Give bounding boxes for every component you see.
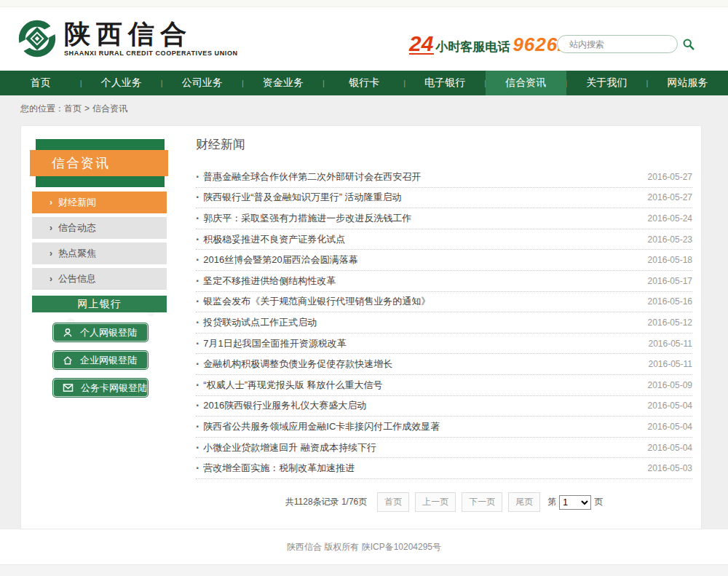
news-title[interactable]: 7月1日起我国全面推开资源税改革 <box>203 337 648 350</box>
news-date: 2016-05-18 <box>648 255 692 265</box>
bullet-icon: · <box>196 233 199 246</box>
ebank-button-1[interactable]: 企业网银登陆 <box>53 351 148 369</box>
news-row-6[interactable]: ·银监会发布《关于规范商业银行代理销售业务的通知》2016-05-16 <box>196 292 692 313</box>
news-title[interactable]: 2016陕西银行业服务礼仪大赛盛大启动 <box>203 399 647 412</box>
news-list: ·普惠金融全球合作伙伴第二次外部研讨会在西安召开2016-05-27·陕西银行业… <box>196 167 692 479</box>
breadcrumb-label: 您的位置： <box>20 103 64 114</box>
news-row-0[interactable]: ·普惠金融全球合作伙伴第二次外部研讨会在西安召开2016-05-27 <box>196 167 692 188</box>
first-page-button[interactable]: 首页 <box>377 492 409 512</box>
news-title[interactable]: 银监会发布《关于规范商业银行代理销售业务的通知》 <box>203 295 647 308</box>
bullet-icon: · <box>196 399 199 412</box>
news-title[interactable]: 投贷联动试点工作正式启动 <box>203 316 647 329</box>
news-row-9[interactable]: ·金融机构积极调整负债业务促使存款快速增长2016-05-11 <box>196 354 692 375</box>
news-date: 2016-05-27 <box>648 192 692 202</box>
news-date: 2016-05-11 <box>649 339 693 349</box>
news-title[interactable]: 金融机构积极调整负债业务促使存款快速增长 <box>203 358 648 371</box>
sidebar-menu-item-3[interactable]: ›公告信息 <box>32 268 167 290</box>
news-title[interactable]: “权威人士”再现党报头版 释放什么重大信号 <box>203 379 647 392</box>
news-title[interactable]: 积极稳妥推进不良资产证券化试点 <box>203 233 647 246</box>
news-date: 2016-05-16 <box>648 296 692 307</box>
bullet-icon: · <box>196 462 199 475</box>
logo-title: 陕西信合 <box>64 20 238 48</box>
next-page-button[interactable]: 下一页 <box>462 492 502 512</box>
sidebar-menu-label: 信合动态 <box>58 221 96 234</box>
news-date: 2016-05-17 <box>648 276 692 286</box>
news-date: 2016-05-04 <box>648 422 692 432</box>
news-date: 2016-05-12 <box>648 317 692 328</box>
news-row-2[interactable]: ·郭庆平：采取坚强有力措施进一步改进反洗钱工作2016-05-24 <box>196 208 692 229</box>
ebank-button-label: 个人网银登陆 <box>80 326 137 339</box>
bullet-icon: · <box>196 295 199 308</box>
nav-item-2[interactable]: 公司业务 <box>162 71 242 95</box>
news-title[interactable]: 陕西银行业“普及金融知识万里行” 活动隆重启动 <box>203 191 647 204</box>
chevron-right-icon: › <box>50 223 52 233</box>
nav-item-4[interactable]: 银行卡 <box>323 71 404 95</box>
home-icon <box>63 355 73 366</box>
news-title[interactable]: 2016丝博会暨第20届西洽会圆满落幕 <box>203 253 647 267</box>
news-row-8[interactable]: ·7月1日起我国全面推开资源税改革2016-05-11 <box>196 334 692 355</box>
nav-item-5[interactable]: 电子银行 <box>405 71 486 95</box>
sidebar-menu-item-2[interactable]: ›热点聚焦 <box>32 242 167 264</box>
nav-item-0[interactable]: 首页 <box>0 71 81 95</box>
news-row-14[interactable]: ·营改增全面实施：税制改革加速推进2016-05-03 <box>196 458 692 479</box>
breadcrumb-home-link[interactable]: 首页 <box>64 103 82 114</box>
news-row-4[interactable]: ·2016丝博会暨第20届西洽会圆满落幕2016-05-18 <box>196 250 692 271</box>
news-row-11[interactable]: ·2016陕西银行业服务礼仪大赛盛大启动2016-05-04 <box>196 396 692 417</box>
bullet-icon: · <box>196 441 199 454</box>
bullet-icon: · <box>196 253 199 267</box>
page-select[interactable]: 1 <box>559 495 591 510</box>
content-card: 信合资讯 ›财经新闻›信合动态›热点聚焦›公告信息 网上银行 个人网银登陆企业网… <box>20 125 702 529</box>
search-box <box>557 35 678 53</box>
nav-item-6[interactable]: 信合资讯 <box>486 71 566 95</box>
news-row-3[interactable]: ·积极稳妥推进不良资产证券化试点2016-05-23 <box>196 229 692 250</box>
ebank-button-label: 公务卡网银登陆 <box>81 382 147 395</box>
news-title[interactable]: 普惠金融全球合作伙伴第二次外部研讨会在西安召开 <box>203 170 647 184</box>
bullet-icon: · <box>196 316 199 329</box>
logo-text: 陕西信合 SHAANXI RURAL CREDIT COOPERATIVES U… <box>64 20 238 57</box>
last-page-button[interactable]: 尾页 <box>508 492 540 512</box>
prev-page-button[interactable]: 上一页 <box>415 492 456 512</box>
news-date: 2016-05-04 <box>648 401 692 411</box>
nav-item-1[interactable]: 个人业务 <box>81 71 162 95</box>
chevron-right-icon: › <box>50 197 52 208</box>
news-title[interactable]: 营改增全面实施：税制改革加速推进 <box>203 462 647 475</box>
ebank-button-2[interactable]: 公务卡网银登陆 <box>53 379 148 397</box>
page-title: 财经新闻 <box>196 136 245 153</box>
footer: 陕西信合 版权所有 陕ICP备10204295号 <box>0 529 728 564</box>
person-icon <box>63 328 73 338</box>
nav-item-3[interactable]: 资金业务 <box>242 71 323 95</box>
news-row-1[interactable]: ·陕西银行业“普及金融知识万里行” 活动隆重启动2016-05-27 <box>196 188 692 209</box>
news-date: 2016-05-04 <box>648 443 692 453</box>
nav-item-8[interactable]: 网站服务 <box>647 71 728 95</box>
news-row-10[interactable]: ·“权威人士”再现党报头版 释放什么重大信号2016-05-09 <box>196 375 692 396</box>
chevron-right-icon: › <box>50 274 52 284</box>
search-button[interactable] <box>682 38 695 50</box>
sidebar-menu-item-0[interactable]: ›财经新闻 <box>32 192 167 213</box>
news-date: 2016-05-11 <box>649 359 693 369</box>
news-row-12[interactable]: ·陕西省公共服务领域应用金融IC卡非接闪付工作成效显著2016-05-04 <box>196 417 692 438</box>
news-date: 2016-05-27 <box>648 172 692 182</box>
goto-page: 第 1 页 <box>547 495 603 510</box>
news-date: 2016-05-09 <box>648 380 692 390</box>
logo-icon <box>17 19 57 58</box>
bullet-icon: · <box>196 337 199 350</box>
news-title[interactable]: 小微企业贷款增速回升 融资成本持续下行 <box>203 441 647 454</box>
news-row-7[interactable]: ·投贷联动试点工作正式启动2016-05-12 <box>196 312 692 334</box>
news-title[interactable]: 坚定不移推进供给侧结构性改革 <box>203 275 647 288</box>
nav-item-7[interactable]: 关于我们 <box>566 71 647 95</box>
ebank-button-0[interactable]: 个人网银登陆 <box>53 323 148 342</box>
goto-suffix: 页 <box>594 496 603 508</box>
news-title[interactable]: 陕西省公共服务领域应用金融IC卡非接闪付工作成效显著 <box>203 420 647 433</box>
news-row-13[interactable]: ·小微企业贷款增速回升 融资成本持续下行2016-05-04 <box>196 438 692 459</box>
search-input[interactable] <box>569 39 682 50</box>
bullet-icon: · <box>196 191 199 204</box>
bullet-icon: · <box>196 420 199 433</box>
sidebar-menu-item-1[interactable]: ›信合动态 <box>32 217 167 239</box>
ebank-button-label: 企业网银登陆 <box>80 354 137 367</box>
news-row-5[interactable]: ·坚定不移推进供给侧结构性改革2016-05-17 <box>196 271 692 292</box>
bullet-icon: · <box>196 358 199 371</box>
chevron-right-icon: › <box>50 248 52 259</box>
search-icon <box>682 38 695 50</box>
news-date: 2016-05-23 <box>648 234 692 245</box>
news-title[interactable]: 郭庆平：采取坚强有力措施进一步改进反洗钱工作 <box>203 212 647 225</box>
